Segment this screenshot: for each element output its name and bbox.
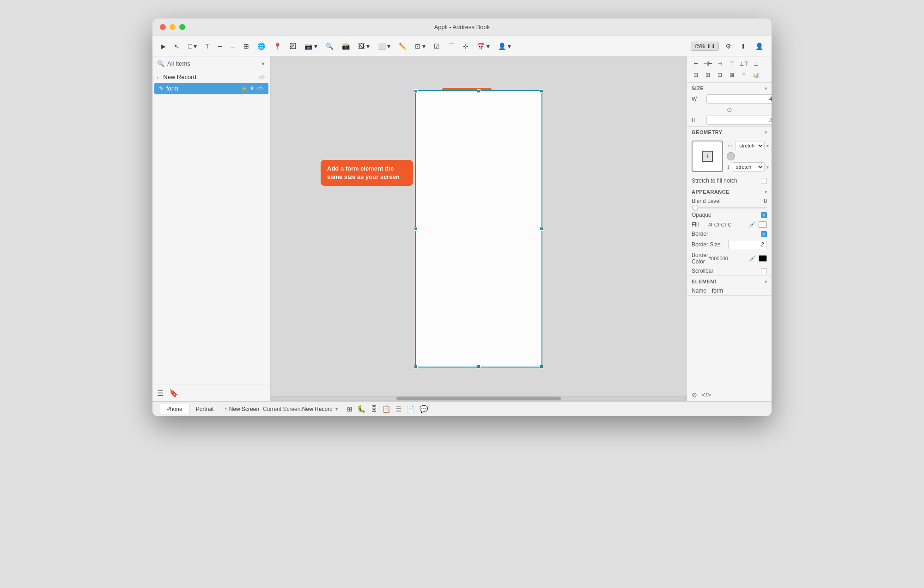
panel-code-button[interactable]: </> — [702, 391, 711, 398]
align-center-h[interactable]: ⊣⊢ — [703, 59, 713, 68]
h-input[interactable] — [706, 116, 772, 125]
controls-tool[interactable]: ⊹ — [460, 41, 471, 52]
opaque-checkbox[interactable] — [761, 212, 767, 218]
align-left-edges[interactable]: ⊢ — [691, 59, 701, 68]
camera-tool[interactable]: 📸 — [339, 41, 353, 52]
equal-height[interactable]: ⊠ — [727, 70, 737, 80]
database-status-button[interactable]: 🗄 — [371, 405, 377, 413]
list-icon[interactable]: ☰ — [157, 389, 164, 398]
size-section: SIZE ▾ W X ⊙ H Y — [687, 83, 772, 127]
border-size-input[interactable] — [728, 240, 767, 249]
maximize-button[interactable] — [179, 24, 185, 30]
sidebar-item-form[interactable]: ✎ form 🔒 👁 </> — [154, 83, 268, 94]
geometry-section-header[interactable]: GEOMETRY ▾ — [687, 127, 772, 137]
photo-tool[interactable]: 📷 ▾ — [302, 41, 320, 52]
list-status-button[interactable]: ☰ — [395, 405, 401, 413]
fill-eyedropper-button[interactable]: 💉 — [748, 221, 756, 228]
handle-mid-right[interactable] — [540, 227, 543, 231]
handle-bottom-left[interactable] — [414, 365, 418, 368]
new-screen-button[interactable]: + New Screen — [220, 404, 263, 414]
grid-tool[interactable]: ⊞ — [241, 41, 252, 52]
blend-label: Blend Level — [692, 198, 761, 204]
play-button[interactable]: ▶ — [158, 41, 169, 52]
canvas-scrollbar-horizontal[interactable] — [271, 396, 687, 401]
calendar-tool[interactable]: 📅 ▾ — [474, 41, 492, 52]
border-color-row: Border Color #000000 💉 — [687, 251, 772, 266]
current-screen-select[interactable]: New Record ▼ — [302, 406, 339, 412]
border-eyedropper-button[interactable]: 💉 — [748, 255, 756, 262]
border-color-swatch[interactable] — [759, 255, 767, 262]
rectangle-tool[interactable]: □ ▾ — [185, 41, 200, 52]
form-tool[interactable]: ✏️ — [396, 41, 409, 52]
canvas-area[interactable]: Form element Add a form element the same… — [271, 56, 687, 401]
magnify-tool[interactable]: 🔍 — [323, 41, 336, 52]
w-input[interactable] — [706, 94, 772, 104]
form-canvas-element[interactable] — [415, 90, 542, 368]
line-tool[interactable]: ─ — [215, 41, 225, 52]
align-top-edges[interactable]: ⊤ — [727, 59, 737, 68]
fill-color-swatch[interactable] — [759, 221, 767, 228]
warning-status-button[interactable]: 🐛 — [357, 405, 366, 413]
person-tool[interactable]: 👤 ▾ — [495, 41, 514, 52]
sidebar-search[interactable]: 🔍 All Items ▼ — [152, 56, 270, 71]
minimize-button[interactable] — [170, 24, 176, 30]
link-dimensions-button[interactable]: ⊙ — [726, 106, 733, 113]
distribute-h[interactable]: ⊟ — [691, 70, 701, 80]
handle-top-mid[interactable] — [477, 89, 480, 93]
text-tool[interactable]: T — [202, 41, 212, 52]
stretch-notch-checkbox[interactable] — [761, 178, 767, 184]
chevron-down-icon: ▼ — [261, 61, 266, 67]
blend-slider-thumb[interactable] — [693, 205, 698, 210]
image-tool[interactable]: 🖼 — [287, 41, 299, 52]
close-button[interactable] — [160, 24, 166, 30]
handle-top-right[interactable] — [540, 89, 543, 93]
border-label: Border — [692, 231, 758, 237]
handle-bottom-right[interactable] — [540, 365, 543, 368]
scrollbar-thumb[interactable] — [396, 397, 561, 400]
globe-tool[interactable]: 🌐 — [255, 41, 268, 52]
sidebar-item-new-record[interactable]: □ New Record </> — [152, 71, 270, 83]
align-center-v[interactable]: ⊥⊤ — [739, 59, 749, 68]
select-tool[interactable]: ↖ — [171, 41, 182, 52]
bookmark-icon[interactable]: 🔖 — [169, 389, 178, 398]
portrait-tab[interactable]: Portrait — [189, 404, 221, 414]
distribute-v[interactable]: ⊞ — [703, 70, 713, 80]
upload-button[interactable]: ⬆ — [738, 41, 749, 52]
align-right-edges[interactable]: ⊣ — [715, 59, 725, 68]
border-size-row: Border Size — [687, 239, 772, 251]
curves-tool[interactable]: ⌒ — [445, 40, 457, 52]
appearance-section: APPEARANCE ▾ Blend Level 0 Opaque — [687, 186, 772, 276]
gallery-tool[interactable]: 🖼 ▾ — [355, 41, 372, 52]
hr-tool[interactable]: ═ — [228, 41, 238, 52]
align-bottom-edges[interactable]: ⊥ — [751, 59, 761, 68]
zoom-selector[interactable]: 75% ⬆⬇ — [691, 42, 719, 51]
comment-status-button[interactable]: 💬 — [419, 405, 428, 413]
checkbox-tool[interactable]: ☑ — [431, 41, 443, 52]
handle-mid-left[interactable] — [414, 227, 418, 231]
size-section-header[interactable]: SIZE ▾ — [687, 83, 772, 93]
form2-tool[interactable]: ⊡ ▾ — [412, 41, 428, 52]
geometry-box: + — [692, 141, 723, 172]
element-section-header[interactable]: ELEMENT ▾ — [687, 276, 772, 286]
border-checkbox[interactable] — [761, 231, 767, 237]
preview-status-button[interactable]: 📄 — [406, 405, 415, 413]
handle-bottom-mid[interactable] — [477, 365, 480, 368]
grid-status-button[interactable]: ⊞ — [346, 405, 353, 413]
account-button[interactable]: 👤 — [753, 41, 766, 52]
panel-settings-button[interactable]: ⊘ — [692, 391, 697, 398]
align-chart[interactable]: 📊 — [751, 70, 761, 80]
handle-top-left[interactable] — [414, 89, 418, 93]
pin-tool[interactable]: 📍 — [271, 41, 284, 52]
screen-tool[interactable]: ⬜ ▾ — [375, 41, 394, 52]
sidebar-item-label-new-record: New Record — [163, 74, 255, 80]
phone-tab[interactable]: Phone — [160, 404, 189, 414]
equal-width[interactable]: ⊡ — [715, 70, 725, 80]
appearance-section-header[interactable]: APPEARANCE ▾ — [687, 186, 772, 196]
settings-button[interactable]: ⚙ — [723, 41, 734, 52]
v-stretch-select[interactable]: stretch fixed — [732, 162, 765, 172]
scrollbar-checkbox[interactable] — [761, 268, 767, 274]
blend-slider-track[interactable] — [692, 207, 767, 208]
h-stretch-select[interactable]: stretch fixed — [735, 141, 765, 150]
table-status-button[interactable]: 📋 — [382, 405, 391, 413]
align-baseline[interactable]: ≡ — [739, 70, 749, 80]
